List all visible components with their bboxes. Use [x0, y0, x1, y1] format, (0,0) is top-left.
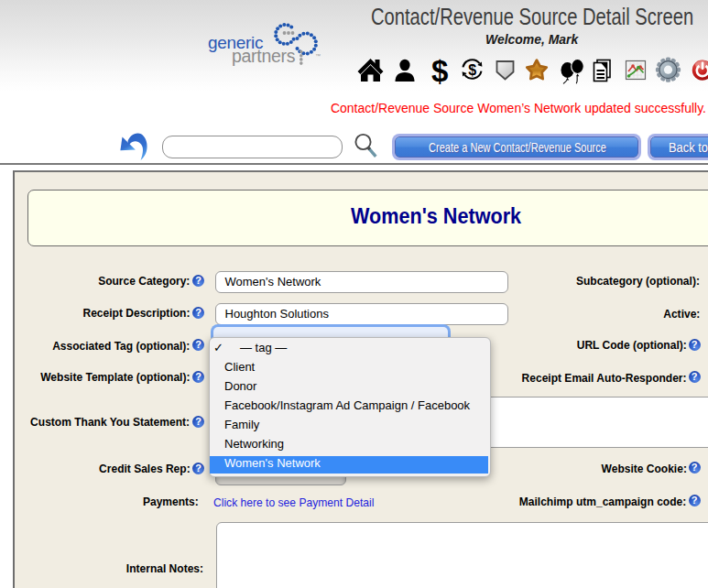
svg-text:$: $ — [431, 55, 448, 84]
svg-text:™: ™ — [315, 53, 321, 59]
svg-text:$: $ — [468, 62, 476, 78]
svg-text:partners: partners — [232, 46, 296, 66]
